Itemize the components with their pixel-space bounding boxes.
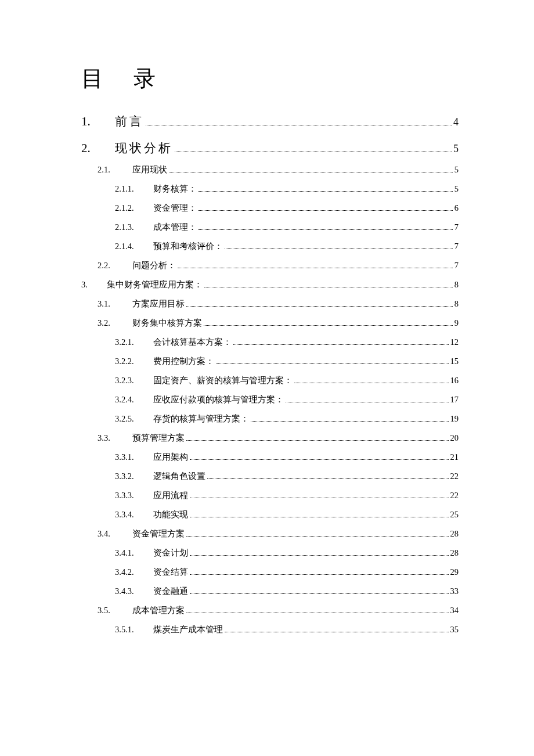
toc-entry[interactable]: 3.2.4.应收应付款项的核算与管理方案：17 [81, 394, 459, 405]
toc-entry[interactable]: 3.3.4.功能实现25 [81, 509, 459, 520]
toc-entry-page: 4 [453, 116, 459, 128]
toc-entry-label: 成本管理： [153, 222, 197, 233]
toc-entry-label: 应用流程 [153, 490, 188, 501]
toc-leader [251, 416, 449, 422]
toc-leader [186, 531, 449, 537]
toc-entry-page: 28 [450, 529, 459, 539]
toc-entry-page: 25 [450, 510, 459, 520]
toc-leader [190, 550, 449, 556]
toc-entry[interactable]: 3.2.5.存货的核算与管理方案：19 [81, 413, 459, 424]
toc-leader [190, 588, 449, 594]
toc-entry[interactable]: 2.1.应用现状5 [81, 164, 459, 175]
toc-entry[interactable]: 3.1.方案应用目标8 [81, 298, 459, 309]
toc-leader [225, 627, 449, 632]
toc-entry[interactable]: 3.4.资金管理方案28 [81, 528, 459, 539]
toc-entry-page: 9 [454, 318, 459, 328]
toc-entry[interactable]: 3.2.3.固定资产、薪资的核算与管理方案：16 [81, 375, 459, 386]
toc-entry[interactable]: 3.3.预算管理方案20 [81, 433, 459, 444]
toc-leader [199, 224, 453, 230]
toc-entry-page: 12 [450, 337, 459, 347]
toc-entry-page: 8 [454, 299, 459, 309]
toc-entry[interactable]: 3.2.2.费用控制方案：15 [81, 356, 459, 367]
toc-entry-page: 6 [454, 203, 459, 213]
toc-leader [199, 186, 453, 192]
toc-entry[interactable]: 3.3.1.应用架构21 [81, 452, 459, 463]
toc-entry-label: 财务核算： [153, 183, 197, 195]
toc-entry-number: 3.5.1. [115, 625, 153, 635]
toc-entry-number: 3.3.2. [115, 471, 153, 481]
toc-entry[interactable]: 3.3.3.应用流程22 [81, 490, 459, 501]
toc-leader [190, 569, 449, 575]
toc-entry-label: 现状分析 [115, 140, 173, 156]
toc-leader [146, 117, 452, 125]
toc-entry-number: 3.3.4. [115, 510, 153, 520]
toc-entry-page: 7 [454, 242, 459, 251]
toc-entry-page: 35 [450, 625, 459, 635]
toc-entry[interactable]: 2.1.4.预算和考核评价：7 [81, 241, 459, 252]
toc-entry-label: 资金融通 [153, 586, 188, 597]
toc-leader [190, 492, 449, 498]
toc-entry-page: 19 [450, 414, 459, 424]
toc-entry-label: 预算和考核评价： [153, 241, 223, 252]
toc-leader [216, 358, 449, 364]
toc-entry[interactable]: 2.现状分析5 [81, 140, 459, 156]
toc-entry-label: 存货的核算与管理方案： [153, 413, 249, 424]
toc-entry-number: 2. [81, 141, 115, 156]
toc-entry-number: 2.1.1. [115, 184, 153, 194]
toc-entry[interactable]: 3.4.2.资金结算29 [81, 567, 459, 578]
table-of-contents: 1.前言42.现状分析52.1.应用现状52.1.1.财务核算：52.1.2.资… [81, 113, 459, 635]
toc-entry[interactable]: 3.5.1.煤炭生产成本管理35 [81, 624, 459, 635]
toc-entry-label: 固定资产、薪资的核算与管理方案： [153, 375, 293, 386]
toc-entry-page: 8 [454, 280, 459, 290]
toc-entry-label: 成本管理方案 [132, 605, 185, 616]
toc-entry-label: 应收应付款项的核算与管理方案： [153, 394, 284, 405]
toc-entry[interactable]: 3.2.1.会计核算基本方案：12 [81, 337, 459, 348]
toc-leader [186, 435, 449, 441]
toc-leader [204, 282, 453, 287]
toc-entry[interactable]: 3.5.成本管理方案34 [81, 605, 459, 616]
toc-entry-page: 29 [450, 567, 459, 577]
toc-leader [225, 243, 453, 249]
toc-entry[interactable]: 3.4.1.资金计划28 [81, 548, 459, 559]
toc-entry[interactable]: 2.1.3.成本管理：7 [81, 222, 459, 233]
toc-entry-number: 3.4.3. [115, 586, 153, 596]
toc-entry-number: 3.3.1. [115, 452, 153, 462]
toc-leader [186, 607, 449, 613]
toc-entry[interactable]: 3.集中财务管理应用方案：8 [81, 279, 459, 290]
toc-entry-number: 3.2.3. [115, 376, 153, 386]
toc-entry-page: 5 [454, 165, 459, 175]
toc-leader [175, 143, 452, 152]
toc-entry-label: 应用现状 [132, 164, 167, 175]
toc-entry[interactable]: 3.2.财务集中核算方案9 [81, 318, 459, 329]
toc-entry-number: 2.1.3. [115, 222, 153, 232]
toc-leader [207, 473, 449, 479]
toc-entry-number: 3.2. [98, 318, 132, 328]
toc-entry-page: 20 [450, 433, 459, 443]
toc-entry-number: 3.4. [98, 529, 132, 539]
toc-entry-label: 财务集中核算方案 [132, 318, 202, 329]
toc-leader [178, 262, 453, 268]
toc-entry-page: 22 [450, 471, 459, 481]
toc-entry-label: 资金计划 [153, 548, 188, 559]
toc-entry[interactable]: 3.4.3.资金融通33 [81, 586, 459, 597]
toc-leader [204, 320, 453, 326]
toc-entry-label: 集中财务管理应用方案： [107, 279, 203, 290]
toc-entry[interactable]: 1.前言4 [81, 113, 459, 129]
toc-entry-page: 7 [454, 222, 459, 232]
toc-entry-number: 3.3.3. [115, 491, 153, 501]
toc-entry-label: 应用架构 [153, 452, 188, 463]
toc-entry-number: 3.1. [98, 299, 132, 309]
toc-entry[interactable]: 2.1.1.财务核算：5 [81, 183, 459, 195]
toc-entry-number: 1. [81, 114, 115, 129]
toc-entry-number: 2.2. [98, 261, 132, 271]
toc-entry-label: 资金结算 [153, 567, 188, 578]
toc-entry-label: 资金管理： [153, 203, 197, 214]
toc-entry-page: 34 [450, 606, 459, 615]
toc-entry[interactable]: 3.3.2.逻辑角色设置22 [81, 471, 459, 482]
toc-entry-page: 7 [454, 261, 459, 271]
toc-entry-number: 3.4.2. [115, 567, 153, 577]
toc-entry[interactable]: 2.2.问题分析：7 [81, 260, 459, 271]
toc-leader [190, 512, 449, 517]
toc-entry-page: 17 [450, 395, 459, 405]
toc-entry[interactable]: 2.1.2.资金管理：6 [81, 203, 459, 214]
